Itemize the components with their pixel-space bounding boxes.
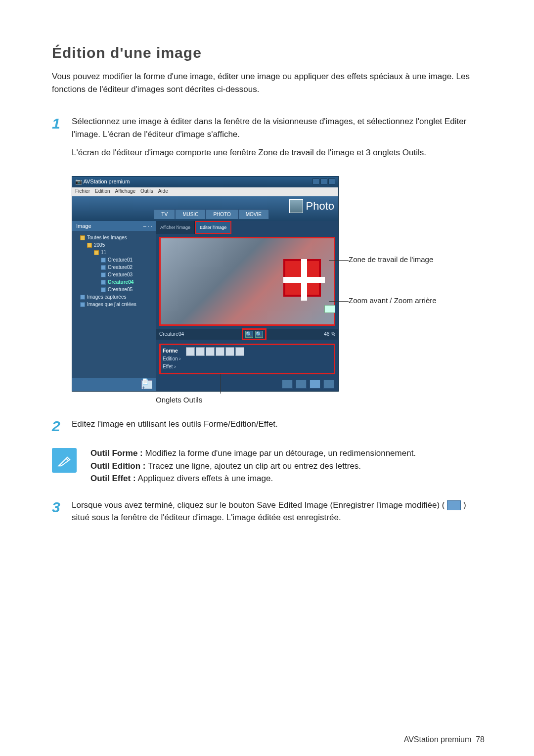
current-filename: Creature04 — [159, 331, 184, 337]
step-2: 2 Editez l'image en utilisant les outils… — [52, 418, 485, 437]
subtab-view[interactable]: Afficher l'image — [156, 221, 195, 234]
action-icon-1[interactable] — [282, 380, 293, 389]
save-edited-image-icon[interactable] — [310, 380, 320, 389]
tab-photo[interactable]: PHOTO — [206, 209, 238, 219]
photo-icon — [289, 199, 303, 213]
page-footer: AVStation premium 78 — [404, 735, 485, 744]
step-3-text: Lorsque vous avez terminé, cliquez sur l… — [72, 499, 485, 524]
tool-forme-tab[interactable]: Forme — [163, 347, 181, 355]
note-forme-text: Modifiez la forme d'une image par un dét… — [143, 448, 416, 458]
app-titlebar-title: 📷 AVStation premium — [75, 178, 130, 185]
tool-edition-tab[interactable]: Edition › — [163, 355, 181, 363]
window-buttons[interactable] — [312, 178, 335, 185]
note-effet-label: Outil Effet : — [90, 474, 136, 483]
note-box: Outil Forme : Modifiez la forme d'une im… — [52, 447, 485, 485]
note-icon — [52, 448, 77, 473]
side-head-controls[interactable]: – · · — [143, 223, 152, 229]
menu-affichage[interactable]: Affichage — [115, 188, 136, 195]
menu-outils[interactable]: Outils — [140, 188, 153, 195]
page-title: Édition d'une image — [52, 44, 485, 61]
side-head-label: Image — [76, 223, 91, 229]
note-forme-label: Outil Forme : — [90, 448, 143, 458]
intro-text: Vous pouvez modifier la forme d'une imag… — [52, 70, 485, 95]
app-screenshot: 📷 AVStation premium Fichier Edition Affi… — [72, 176, 339, 392]
image-tree[interactable]: Toutes les Images 2005 11 Creature01 Cre… — [72, 231, 156, 378]
save-edited-image-inline-icon — [447, 500, 461, 510]
app-menubar[interactable]: Fichier Edition Affichage Outils Aide — [72, 187, 338, 196]
step-2-text: Editez l'image en utilisant les outils F… — [72, 418, 485, 431]
note-effet-text: Appliquez divers effets à une image. — [136, 474, 273, 483]
step-1-number: 1 — [52, 115, 72, 165]
step-1-text-b: L'écran de l'éditeur d'image comporte un… — [72, 146, 485, 159]
note-edition-text: Tracez une ligne, ajoutez un clip art ou… — [145, 461, 361, 471]
note-edition-label: Outil Edition : — [90, 461, 145, 471]
step-2-number: 2 — [52, 418, 72, 437]
callout-work-area: Zone de travail de l'image — [349, 255, 437, 264]
apply-icon[interactable] — [324, 305, 335, 313]
zoom-percent: 46 % — [324, 331, 335, 337]
image-work-area[interactable] — [159, 237, 335, 326]
tool-effet-tab[interactable]: Effet › — [163, 363, 181, 371]
action-icon-2[interactable] — [296, 380, 307, 389]
step-1-text-a: Sélectionnez une image à éditer dans la … — [72, 115, 485, 140]
mode-label: Photo — [289, 199, 335, 213]
step-3-number: 3 — [52, 499, 72, 530]
callout-zoom: Zoom avant / Zoom arrière — [349, 296, 437, 305]
subtab-edit[interactable]: Editer l'image — [195, 221, 231, 234]
zoom-out-icon[interactable]: 🔍 — [255, 331, 263, 338]
zoom-in-icon[interactable]: 🔍 — [245, 331, 253, 338]
step-1: 1 Sélectionnez une image à éditer dans l… — [52, 115, 485, 165]
menu-edition[interactable]: Edition — [95, 188, 110, 195]
tab-movie[interactable]: MOVIE — [238, 209, 269, 219]
action-icon-4[interactable] — [323, 380, 334, 389]
tool-tabs[interactable]: Forme Edition › Effet › — [159, 344, 335, 374]
menu-aide[interactable]: Aide — [158, 188, 168, 195]
step-3: 3 Lorsque vous avez terminé, cliquez sur… — [52, 499, 485, 530]
callout-tool-tabs: Onglets Outils — [156, 396, 485, 404]
zoom-controls[interactable]: 🔍 🔍 — [242, 328, 267, 340]
gift-graphic — [283, 259, 321, 297]
add-image-button[interactable]: 📄+ — [141, 380, 152, 389]
tab-tv[interactable]: TV — [154, 209, 175, 219]
menu-fichier[interactable]: Fichier — [75, 188, 90, 195]
tab-music[interactable]: MUSIC — [175, 209, 206, 219]
tool-buttons[interactable] — [186, 347, 245, 357]
